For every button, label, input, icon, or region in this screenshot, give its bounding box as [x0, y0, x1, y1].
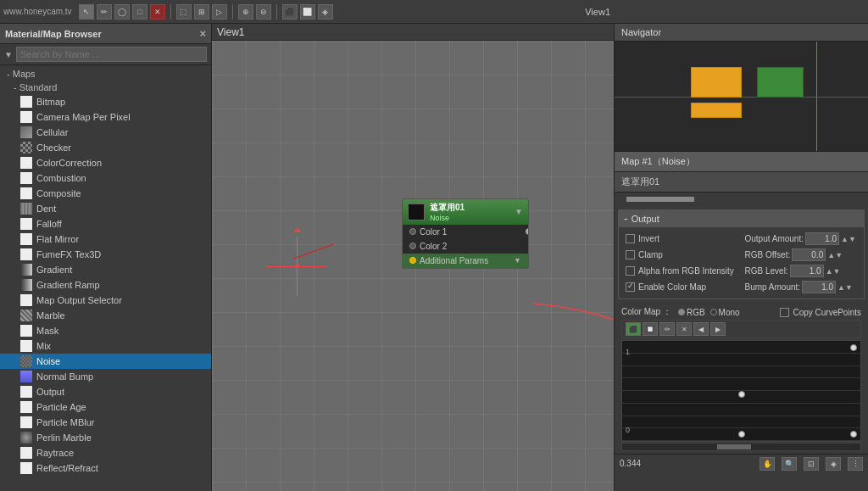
list-item[interactable]: Combustion	[0, 170, 211, 186]
rgb-level-input[interactable]	[790, 265, 824, 277]
cm-next-btn[interactable]: ▶	[710, 322, 726, 336]
gradient-scrollbar[interactable]	[621, 443, 861, 451]
list-item[interactable]: Output	[0, 384, 211, 399]
gradient-editor[interactable]: 1 0	[621, 340, 861, 442]
play-icon[interactable]: ▷	[212, 4, 227, 20]
cm-delete-btn[interactable]: ✕	[676, 322, 692, 336]
item-icon-marble	[20, 310, 32, 321]
list-item[interactable]: Bitmap	[0, 94, 211, 109]
list-item[interactable]: Particle MBlur	[0, 415, 211, 430]
list-item[interactable]: Composite	[0, 186, 211, 201]
panel-close-button[interactable]: ×	[199, 27, 206, 40]
list-item[interactable]: Map Output Selector	[0, 293, 211, 308]
rect-tool-icon[interactable]: □	[132, 4, 147, 20]
output-value-bumpamount: Bump Amount: ▲▼	[742, 279, 861, 295]
brand-label: www.honeycam.tv	[3, 7, 72, 16]
socket-color1-in[interactable]	[409, 228, 416, 235]
list-item[interactable]: Normal Bump	[0, 369, 211, 384]
gradient-scrollbar-thumb[interactable]	[717, 444, 751, 449]
cm-grid-btn[interactable]: 🔲	[643, 322, 658, 336]
delete-icon[interactable]: ✕	[150, 4, 165, 20]
checkbox-colormap[interactable]	[626, 282, 635, 292]
list-item[interactable]: Particle Age	[0, 399, 211, 415]
list-item[interactable]: Perlin Marble	[0, 430, 211, 445]
item-icon-mapoutput	[20, 294, 32, 306]
view-icon-1[interactable]: ⬚	[176, 4, 192, 20]
list-item[interactable]: Checker	[0, 140, 211, 155]
radio-rgb[interactable]: RGB	[678, 308, 705, 317]
item-icon-falloff	[20, 218, 32, 230]
bump-amount-input[interactable]	[802, 281, 836, 293]
gradient-control-bottom[interactable]	[738, 431, 745, 438]
item-icon-cellular	[20, 126, 32, 138]
search-arrow-icon: ▼	[4, 50, 13, 59]
status-zoom-icon[interactable]: 🔍	[782, 457, 797, 471]
checkbox-invert[interactable]	[626, 234, 635, 243]
list-item-noise[interactable]: Noise	[0, 354, 211, 369]
node-thumbnail	[408, 204, 425, 220]
output-section-header: - Output	[619, 210, 864, 227]
socket-color2-in[interactable]	[409, 243, 416, 249]
top-view-label: View1	[585, 7, 610, 17]
node-params-row[interactable]: Additional Params ▼	[403, 254, 528, 268]
gradient-control-bottomright[interactable]	[850, 431, 857, 438]
status-extra-icon[interactable]: ◈	[826, 457, 841, 471]
list-item[interactable]: FumeFX Tex3D	[0, 247, 211, 262]
gradient-control-topright[interactable]	[850, 344, 857, 351]
gradient-line-2	[622, 354, 860, 366]
gradient-control-mid[interactable]	[738, 391, 745, 398]
socket-color1-out[interactable]	[526, 228, 529, 235]
cm-black-btn[interactable]: ⬛	[626, 322, 641, 336]
list-item[interactable]: Falloff	[0, 216, 211, 232]
status-more-icon[interactable]: ⋮	[848, 457, 863, 471]
sub-icon[interactable]: ⊖	[256, 4, 271, 20]
status-hand-icon[interactable]: ✋	[760, 457, 775, 471]
noise-node[interactable]: 遮罩用01 Noise ▼ Color 1 Color 2	[402, 198, 529, 269]
list-item[interactable]: ColorCorrection	[0, 155, 211, 170]
list-item[interactable]: Cellular	[0, 125, 211, 140]
item-icon-flatmirror	[20, 233, 32, 245]
nav-rect-orange-bottom	[691, 103, 742, 118]
list-item[interactable]: Raytrace	[0, 445, 211, 460]
cm-prev-btn[interactable]: ◀	[693, 322, 709, 336]
checkbox-copy-curve[interactable]	[780, 308, 789, 317]
material-icon-1[interactable]: ⬛	[282, 4, 298, 20]
output-collapse-button[interactable]: -	[624, 212, 628, 226]
tree-area: - Maps - Standard Bitmap Camera Map Per …	[0, 65, 211, 491]
settings-icon[interactable]: ◈	[318, 4, 333, 20]
list-item[interactable]: Mix	[0, 338, 211, 354]
checkbox-alpha[interactable]	[626, 266, 635, 276]
socket-color2-label: Color 2	[420, 242, 447, 251]
radio-mono[interactable]: Mono	[710, 308, 740, 317]
list-item[interactable]: Gradient	[0, 262, 211, 277]
scene-viewport[interactable]: 遮罩用01 Noise ▼ Color 1 Color 2	[212, 41, 614, 491]
select-tool-icon[interactable]: ↖	[79, 4, 94, 20]
pen-tool-icon[interactable]: ✏	[97, 4, 112, 20]
output-label-clamp: Clamp	[622, 247, 742, 263]
status-fit-icon[interactable]: ⊡	[804, 457, 819, 471]
socket-params[interactable]	[409, 257, 416, 264]
params-chevron-icon[interactable]: ▼	[514, 256, 521, 265]
checkbox-clamp[interactable]	[626, 250, 635, 259]
list-item[interactable]: Marble	[0, 308, 211, 323]
rgb-offset-input[interactable]	[792, 248, 826, 261]
cm-pen-btn[interactable]: ✏	[659, 322, 675, 336]
node-chevron-icon[interactable]: ▼	[515, 207, 523, 216]
list-item[interactable]: Dent	[0, 201, 211, 216]
circle-tool-icon[interactable]: ◯	[114, 4, 130, 20]
nav-rect-orange-top	[691, 67, 742, 98]
separator-3	[276, 4, 277, 20]
add-icon[interactable]: ⊕	[238, 4, 253, 20]
separator-2	[232, 4, 233, 20]
list-item[interactable]: Camera Map Per Pixel	[0, 109, 211, 125]
gradient-marker-top: 1	[626, 348, 630, 356]
material-icon-2[interactable]: ⬜	[300, 4, 315, 20]
search-input[interactable]	[16, 47, 207, 62]
list-item[interactable]: Gradient Ramp	[0, 277, 211, 293]
view-icon-2[interactable]: ⊞	[194, 4, 209, 20]
output-amount-input[interactable]	[805, 232, 839, 245]
list-item[interactable]: Reflect/Refract	[0, 460, 211, 476]
list-item[interactable]: Mask	[0, 323, 211, 338]
list-item[interactable]: Flat Mirror	[0, 232, 211, 247]
node-title-area: 遮罩用01 Noise	[430, 202, 509, 222]
